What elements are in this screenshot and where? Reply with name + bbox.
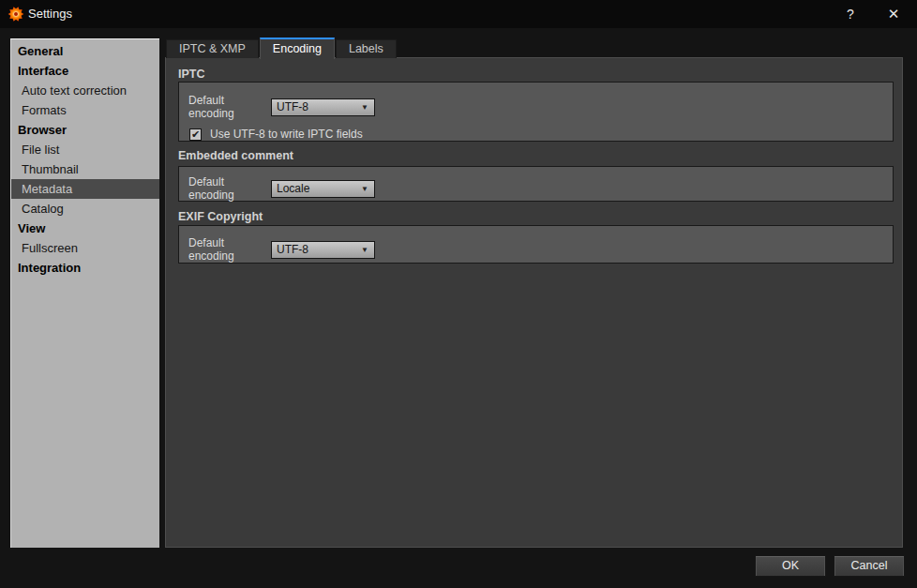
tab-iptc-xmp[interactable]: IPTC & XMP: [166, 39, 259, 58]
default-encoding-label: Default encoding: [188, 94, 271, 120]
iptc-default-encoding-select[interactable]: UTF-8 ▼: [271, 98, 375, 116]
group-title-embedded-comment: Embedded comment: [178, 149, 293, 162]
help-button[interactable]: ?: [836, 0, 864, 28]
group-iptc: Default encoding UTF-8 ▼ ✔ Use UTF-8 to …: [178, 82, 894, 142]
tab-encoding[interactable]: Encoding: [260, 38, 335, 59]
exif-default-encoding-select[interactable]: UTF-8 ▼: [271, 241, 375, 259]
selected-value: UTF-8: [272, 242, 355, 258]
cancel-button[interactable]: Cancel: [834, 555, 905, 577]
titlebar: Settings ? ✕: [0, 0, 917, 28]
use-utf8-checkbox-label: Use UTF-8 to write IPTC fields: [210, 128, 363, 141]
app-flame-icon: [8, 6, 24, 23]
sidebar-item-thumbnail[interactable]: Thumbnail: [11, 159, 159, 179]
ok-button[interactable]: OK: [755, 555, 826, 577]
group-title-exif-copyright: EXIF Copyright: [178, 210, 263, 223]
sidebar-item-metadata[interactable]: Metadata: [11, 179, 159, 199]
group-title-iptc: IPTC: [178, 68, 204, 81]
comment-default-encoding-select[interactable]: Locale ▼: [271, 180, 375, 198]
encoding-tab-panel: IPTC Default encoding UTF-8 ▼ ✔ Use UTF-…: [165, 57, 903, 548]
sidebar-item-general[interactable]: General: [11, 41, 159, 61]
sidebar-item-catalog[interactable]: Catalog: [11, 199, 159, 219]
close-icon[interactable]: ✕: [879, 0, 908, 28]
sidebar-item-formats[interactable]: Formats: [11, 100, 159, 120]
group-exif-copyright: Default encoding UTF-8 ▼: [178, 225, 894, 264]
sidebar-item-interface[interactable]: Interface: [11, 61, 159, 81]
checkmark-icon: ✔: [191, 129, 200, 140]
sidebar-item-fullscreen[interactable]: Fullscreen: [11, 238, 159, 258]
tab-labels[interactable]: Labels: [336, 39, 397, 58]
sidebar-item-integration[interactable]: Integration: [11, 258, 159, 278]
default-encoding-label: Default encoding: [188, 175, 271, 202]
selected-value: Locale: [272, 181, 355, 197]
selected-value: UTF-8: [272, 99, 355, 115]
group-embedded-comment: Default encoding Locale ▼: [178, 166, 894, 202]
sidebar-item-view[interactable]: View: [11, 219, 159, 238]
settings-nav: General Interface Auto text correction F…: [10, 38, 159, 548]
sidebar-item-browser[interactable]: Browser: [11, 120, 159, 140]
default-encoding-label: Default encoding: [188, 236, 271, 263]
use-utf8-checkbox[interactable]: ✔: [189, 128, 202, 141]
sidebar-item-file-list[interactable]: File list: [11, 140, 159, 159]
window-title: Settings: [28, 0, 72, 28]
chevron-down-icon: ▼: [355, 246, 374, 254]
tabbar: IPTC & XMP Encoding Labels: [166, 38, 398, 58]
chevron-down-icon: ▼: [355, 103, 374, 112]
chevron-down-icon: ▼: [355, 185, 374, 193]
sidebar-item-auto-text-correction[interactable]: Auto text correction: [11, 81, 159, 100]
